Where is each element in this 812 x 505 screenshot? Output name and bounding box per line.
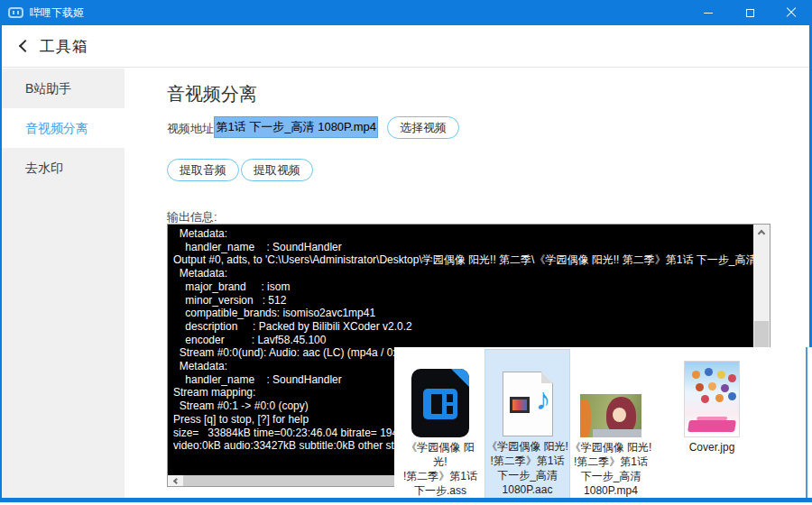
video-url-input[interactable]: 季》第1话 下一步_高清 1080P.mp4: [214, 116, 378, 138]
file-explorer-window: 《学园偶像 阳光! !第二季》第1话 下一步.ass ♪ 《学园偶像 阳光! !…: [394, 347, 807, 498]
file-name: 《学园偶像 阳光! !第二季》第1话 下一步_高清 1080P.aac: [485, 439, 569, 497]
window-title: 哔哩下载姬: [30, 5, 687, 21]
close-icon: [786, 7, 797, 18]
file-tile-mp4[interactable]: 《学园偶像 阳光! !第二季》第1话 下一步_高清 1080P.mp4: [569, 351, 652, 498]
back-chevron-icon[interactable]: [19, 40, 32, 52]
sidebar: B站助手 音视频分离 去水印: [2, 69, 125, 498]
sidebar-item-av-separation[interactable]: 音视频分离: [2, 108, 125, 148]
subtitle-file-icon: [411, 369, 469, 437]
scroll-up-arrow-icon[interactable]: [753, 225, 770, 240]
bilibili-tv-icon: [8, 7, 23, 18]
choose-video-button[interactable]: 选择视频: [387, 116, 459, 139]
minimize-icon: [704, 13, 713, 14]
sidebar-item-bilibili-helper[interactable]: B站助手: [2, 69, 125, 108]
minimize-button[interactable]: [687, 0, 729, 25]
maximize-icon: [746, 9, 754, 17]
file-tile-aac-selected[interactable]: ♪ 《学园偶像 阳光! !第二季》第1话 下一步_高清 1080P.aac: [484, 349, 570, 501]
sidebar-item-watermark-removal[interactable]: 去水印: [2, 148, 125, 188]
header: 工具箱: [2, 25, 809, 68]
extract-video-button[interactable]: 提取视频: [241, 159, 313, 181]
file-name: 《学园偶像 阳光! !第二季》第1话 下一步.ass: [400, 440, 481, 498]
scroll-left-arrow-icon[interactable]: [168, 475, 183, 486]
extract-audio-button[interactable]: 提取音频: [167, 159, 239, 181]
file-tile-ass[interactable]: 《学园偶像 阳光! !第二季》第1话 下一步.ass: [400, 351, 481, 498]
app-window: 哔哩下载姬 工具箱 B站助手 音视频分离 去水印 音视频分离 视频地址: 季》第…: [0, 0, 812, 505]
file-tile-cover[interactable]: Cover.jpg: [670, 351, 753, 454]
audio-file-icon: ♪: [503, 372, 553, 436]
file-name: 《学园偶像 阳光! !第二季》第1话 下一步_高清 1080P.mp4: [569, 440, 652, 498]
page-title: 音视频分离: [167, 82, 257, 106]
close-button[interactable]: [770, 0, 812, 25]
music-note-icon: ♪: [536, 383, 551, 414]
video-url-label: 视频地址:: [167, 121, 217, 137]
window-border-left: [0, 0, 2, 505]
titlebar: 哔哩下载姬: [0, 0, 812, 25]
maximize-button[interactable]: [729, 0, 770, 25]
video-thumbnail: [580, 394, 641, 437]
video-url-selected-text: 季》第1话 下一步_高清 1080P.mp4: [214, 117, 377, 137]
cover-image-thumbnail: [684, 361, 740, 437]
breadcrumb-toolbox[interactable]: 工具箱: [40, 36, 88, 57]
file-name: Cover.jpg: [670, 440, 753, 454]
